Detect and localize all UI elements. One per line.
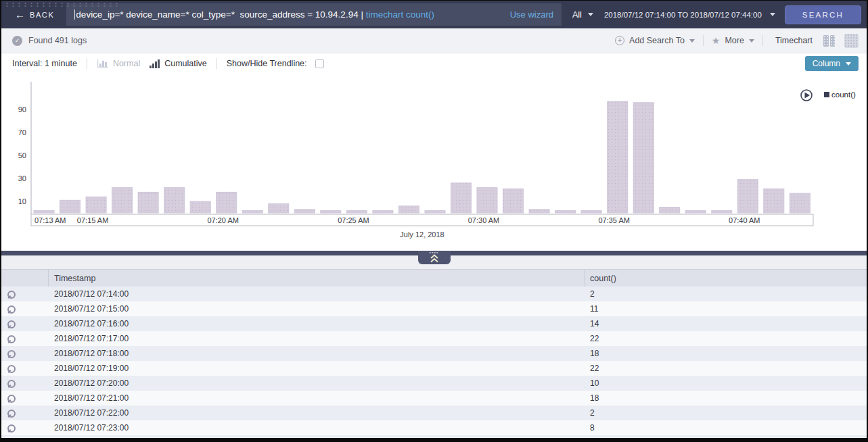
x-axis-tick: 07:35 AM <box>598 216 629 224</box>
count-cell: 2 <box>585 287 867 301</box>
chart-bar[interactable] <box>138 192 158 213</box>
chart-bar[interactable] <box>633 103 654 213</box>
count-column-header[interactable]: count() <box>585 270 867 287</box>
divider <box>762 35 763 46</box>
grid-view-icon[interactable] <box>844 34 859 48</box>
count-cell: 8 <box>585 420 867 435</box>
back-label: BACK <box>30 11 54 19</box>
star-icon: ★ <box>712 35 721 46</box>
scope-label: All <box>572 10 582 20</box>
normal-label: Normal <box>113 59 140 68</box>
chevron-down-icon <box>588 13 593 16</box>
drilldown-search-icon[interactable] <box>1 435 49 442</box>
column-view-icon[interactable] <box>822 34 836 48</box>
timestamp-cell: 2018/07/12 07:20:00 <box>49 376 585 391</box>
back-button[interactable]: ← BACK <box>1 9 66 20</box>
search-query-input[interactable]: device_ip=* device_name=* col_type=* sou… <box>66 3 562 26</box>
drilldown-search-icon[interactable] <box>1 287 49 301</box>
query-command-text: timechart count() <box>366 9 434 20</box>
collapse-strip: ▪▪▪▪ <box>1 251 867 255</box>
y-axis-tick: 10 <box>18 197 26 205</box>
x-axis-band[interactable] <box>31 214 813 226</box>
date-range-label: 2018/07/12 07:14:00 TO 2018/07/12 07:44:… <box>604 11 762 19</box>
x-axis-tick: 07:40 AM <box>729 216 760 224</box>
x-axis-date-label: July 12, 2018 <box>400 230 444 239</box>
chart-bar[interactable] <box>712 211 732 213</box>
y-axis-tick: 50 <box>18 151 26 159</box>
results-table: Timestamp count() 2018/07/12 07:14:00220… <box>1 269 867 442</box>
divider <box>87 58 87 69</box>
chart-bar[interactable] <box>451 183 472 213</box>
chart-bar[interactable] <box>425 211 445 213</box>
chart-bar[interactable] <box>790 193 810 213</box>
timestamp-cell: 2018/07/12 07:18:00 <box>49 346 585 361</box>
table-row: 2018/07/12 07:19:0022 <box>1 361 867 376</box>
timestamp-column-header[interactable]: Timestamp <box>49 270 585 287</box>
chart-bar[interactable] <box>60 200 81 213</box>
check-icon: ✓ <box>12 36 22 46</box>
chart-bar[interactable] <box>581 211 601 213</box>
y-axis-tick: 90 <box>18 105 26 114</box>
add-search-to-dropdown[interactable]: + Add Search To <box>615 36 695 45</box>
drilldown-search-icon[interactable] <box>1 331 49 346</box>
app-window: ← BACK device_ip=* device_name=* col_typ… <box>0 0 868 442</box>
timestamp-cell: 2018/07/12 07:15:00 <box>49 301 585 316</box>
chart-bar[interactable] <box>321 211 341 213</box>
normal-toggle[interactable]: Normal <box>97 59 140 68</box>
chart-bar[interactable] <box>398 206 419 213</box>
count-cell: 10 <box>585 376 867 391</box>
chart-bar[interactable] <box>86 197 106 213</box>
drilldown-search-icon[interactable] <box>1 316 49 331</box>
timechart-svg: 103050709007:13 AM07:15 AM07:20 AM07:25 … <box>1 74 867 251</box>
chart-bar[interactable] <box>529 210 549 213</box>
chart-bar[interactable] <box>608 101 628 213</box>
chart-bar[interactable] <box>503 189 524 213</box>
cumulative-toggle[interactable]: Cumulative <box>150 59 207 68</box>
table-row: 2018/07/12 07:20:0010 <box>1 376 867 391</box>
chart-type-button[interactable]: Column <box>805 56 859 71</box>
drilldown-search-icon[interactable] <box>1 406 49 420</box>
search-button[interactable]: SEARCH <box>785 5 861 24</box>
chart-bar[interactable] <box>164 188 185 213</box>
timestamp-cell: 2018/07/12 07:23:00 <box>49 420 585 435</box>
collapse-chart-button[interactable]: ▪▪▪▪ <box>418 251 451 264</box>
drilldown-search-icon[interactable] <box>1 376 49 391</box>
timestamp-cell: 2018/07/12 07:22:00 <box>49 406 585 420</box>
chart-bar[interactable] <box>269 203 289 213</box>
table-row: 2018/07/12 07:16:0014 <box>1 316 867 331</box>
divider <box>216 58 217 69</box>
chart-bar[interactable] <box>373 211 393 213</box>
trendline-control: Show/Hide Trendline: <box>227 59 324 68</box>
use-wizard-link[interactable]: Use wizard <box>497 9 553 20</box>
date-range-dropdown[interactable]: 2018/07/12 07:14:00 TO 2018/07/12 07:44:… <box>604 11 775 19</box>
drilldown-search-icon[interactable] <box>1 346 49 361</box>
chart-bar[interactable] <box>190 201 210 213</box>
chart-bar[interactable] <box>242 211 262 213</box>
chart-bar[interactable] <box>216 192 237 213</box>
drilldown-search-icon[interactable] <box>1 391 49 406</box>
chart-bar[interactable] <box>477 188 497 213</box>
x-axis-tick: 07:30 AM <box>468 216 499 224</box>
table-row: 2018/07/12 07:18:0018 <box>1 346 867 361</box>
chart-bar[interactable] <box>555 211 576 213</box>
more-dropdown[interactable]: ★ More <box>712 35 754 46</box>
trendline-checkbox[interactable] <box>315 59 324 68</box>
icon-column-header <box>1 270 49 287</box>
chevron-down-icon <box>846 62 851 66</box>
drilldown-search-icon[interactable] <box>1 301 49 316</box>
chart-bar[interactable] <box>764 189 784 213</box>
chart-bar[interactable] <box>685 211 706 213</box>
chart-bar[interactable] <box>346 211 367 213</box>
double-chevron-up-icon <box>429 254 440 263</box>
timestamp-cell: 2018/07/12 07:24:00 <box>49 435 585 442</box>
chart-bar[interactable] <box>34 211 54 213</box>
repo-scope-dropdown[interactable]: All <box>572 10 593 20</box>
chart-bar[interactable] <box>737 180 758 213</box>
timechart: 103050709007:13 AM07:15 AM07:20 AM07:25 … <box>1 74 867 251</box>
drilldown-search-icon[interactable] <box>1 420 49 435</box>
chart-bar[interactable] <box>660 207 680 214</box>
drilldown-search-icon[interactable] <box>1 361 49 376</box>
chart-bar[interactable] <box>112 188 133 213</box>
table-header: Timestamp count() <box>1 269 867 287</box>
chart-bar[interactable] <box>294 210 315 213</box>
